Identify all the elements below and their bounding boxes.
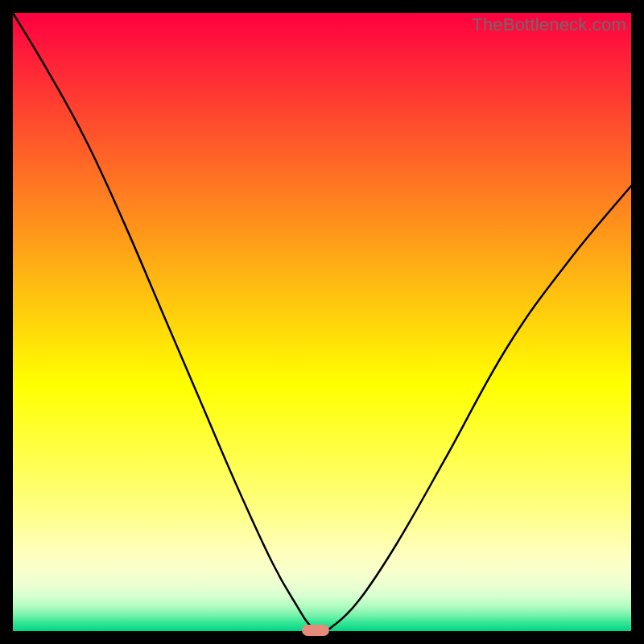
minimum-marker <box>302 625 329 636</box>
plot-area: TheBottleneck.com <box>13 13 631 631</box>
bottleneck-line <box>13 13 631 631</box>
chart-container: TheBottleneck.com <box>0 0 644 644</box>
